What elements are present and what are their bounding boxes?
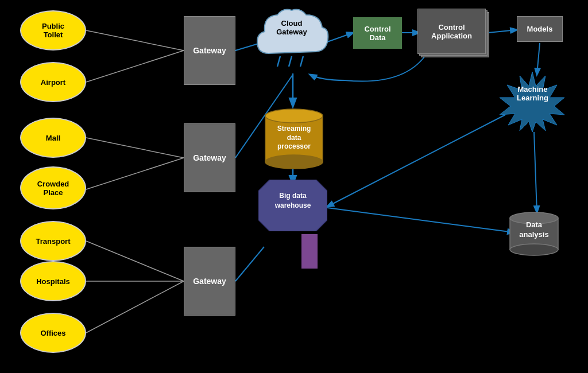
data-analysis: Data analysis — [505, 208, 563, 259]
machine-learning-node: Machine Learning — [497, 69, 568, 135]
node-offices: Offices — [20, 313, 86, 353]
node-crowded-place: Crowded Place — [20, 166, 86, 209]
svg-line-13 — [488, 30, 517, 33]
svg-line-2 — [86, 138, 184, 158]
svg-line-3 — [86, 158, 184, 189]
svg-line-1 — [86, 50, 184, 82]
streaming-label: Streaming data processor — [277, 125, 311, 150]
data-analysis-label: Data analysis — [519, 220, 548, 239]
models-box: Models — [517, 16, 563, 42]
svg-line-16 — [534, 132, 537, 212]
node-hospitals: Hospitals — [20, 261, 86, 301]
node-mall: Mall — [20, 118, 86, 158]
big-data-warehouse: Big data warehouse — [258, 180, 327, 231]
svg-line-11 — [327, 33, 353, 42]
gateway-box-1: Gateway — [184, 16, 235, 85]
control-app-box: Control Application — [417, 9, 486, 54]
gateway-box-2: Gateway — [184, 123, 235, 192]
svg-line-4 — [86, 241, 184, 281]
svg-line-21 — [300, 56, 303, 67]
svg-point-25 — [265, 155, 323, 169]
gateway-box-3: Gateway — [184, 247, 235, 316]
node-airport: Airport — [20, 62, 86, 102]
cloud-gateway: Cloud Gateway — [254, 5, 329, 71]
svg-line-15 — [327, 115, 505, 207]
svg-line-9 — [235, 247, 264, 281]
control-data-box: Control Data — [353, 17, 402, 49]
svg-line-0 — [86, 30, 184, 50]
svg-line-19 — [277, 56, 280, 67]
diagram: Public Toilet Airport Mall Crowded Place… — [0, 0, 588, 373]
svg-line-20 — [289, 56, 292, 67]
svg-line-18 — [327, 208, 514, 232]
cloud-gateway-label: Cloud Gateway — [276, 19, 307, 36]
machine-learning-label: Machine Learning — [517, 85, 548, 102]
node-transport: Transport — [20, 221, 86, 261]
big-data-label: Big data warehouse — [275, 192, 311, 209]
svg-line-6 — [86, 281, 184, 333]
svg-point-28 — [510, 244, 558, 255]
svg-point-24 — [265, 109, 323, 123]
streaming-processor: Streaming data processor — [260, 104, 328, 173]
node-public-toilet: Public Toilet — [20, 10, 86, 50]
small-purple-rect — [301, 234, 318, 269]
